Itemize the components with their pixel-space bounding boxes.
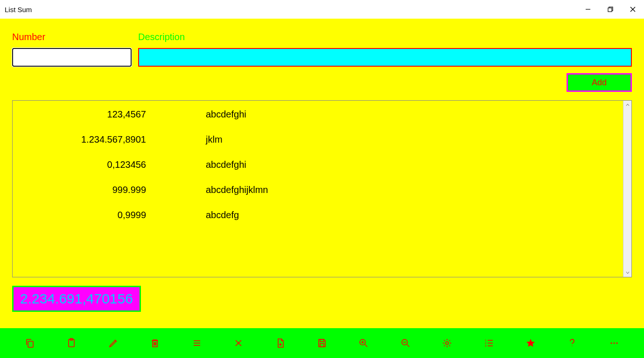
list-item-number: 1.234.567,8901 — [15, 134, 146, 145]
svg-line-22 — [365, 344, 367, 347]
svg-line-26 — [407, 344, 409, 347]
svg-rect-2 — [608, 8, 612, 12]
svg-rect-20 — [320, 344, 324, 347]
copy-icon — [24, 337, 35, 349]
file-plus-icon — [275, 337, 286, 349]
list-item[interactable]: 123,4567 abcdefghi — [15, 109, 620, 134]
copy-button[interactable] — [19, 332, 41, 354]
svg-point-38 — [616, 342, 617, 344]
window-title: List Sum — [5, 6, 32, 14]
pencil-icon — [108, 337, 119, 349]
list-icon — [191, 337, 203, 349]
gear-icon — [441, 337, 453, 349]
edit-button[interactable] — [102, 332, 125, 354]
number-label: Number — [12, 32, 138, 42]
save-icon — [316, 337, 328, 349]
description-label: Description — [138, 32, 185, 42]
svg-text:3: 3 — [485, 344, 487, 347]
svg-point-37 — [613, 342, 615, 344]
help-icon — [567, 337, 578, 349]
more-icon — [609, 337, 620, 349]
scroll-down-button[interactable] — [623, 268, 631, 277]
delete-button[interactable] — [144, 332, 166, 354]
svg-rect-19 — [320, 339, 324, 342]
paste-button[interactable] — [60, 332, 83, 354]
numbered-list-button[interactable]: 123 — [478, 332, 500, 354]
list-item-description: abcdefghi — [206, 159, 246, 170]
list-item-description: abcdefg — [206, 210, 239, 220]
list-item-description: abcdefghijklmn — [206, 185, 268, 195]
svg-point-28 — [446, 342, 448, 344]
scroll-up-button[interactable] — [623, 101, 631, 109]
description-input[interactable] — [138, 48, 632, 67]
titlebar: List Sum — [0, 0, 644, 19]
zoom-out-button[interactable] — [394, 332, 417, 354]
favorite-button[interactable] — [519, 332, 542, 354]
star-icon — [525, 337, 536, 349]
help-button[interactable] — [561, 332, 583, 354]
list-item[interactable]: 1.234.567,8901 jklm — [15, 134, 620, 159]
new-file-button[interactable] — [269, 332, 292, 354]
listbox[interactable]: 123,4567 abcdefghi 1.234.567,8901 jklm 0… — [12, 100, 632, 277]
inputs-row — [12, 48, 632, 67]
trash-icon — [149, 337, 161, 349]
save-button[interactable] — [311, 332, 333, 354]
sum-display: 2.234.691,470156 — [12, 286, 141, 312]
zoom-out-icon — [400, 337, 411, 349]
list-item[interactable]: 0,9999 abcdefg — [15, 210, 620, 235]
more-button[interactable] — [603, 332, 625, 354]
minimize-button[interactable] — [577, 0, 599, 19]
settings-button[interactable] — [436, 332, 458, 354]
list-button[interactable] — [186, 332, 208, 354]
svg-point-35 — [572, 345, 573, 346]
list-item-number: 999.999 — [15, 185, 146, 195]
window-controls — [577, 0, 644, 19]
clear-button[interactable] — [227, 332, 250, 354]
add-button[interactable]: Add — [567, 73, 632, 92]
zoom-in-icon — [358, 337, 369, 349]
list-item-description: abcdefghi — [206, 109, 246, 120]
list-item[interactable]: 999.999 abcdefghijklmn — [15, 185, 620, 210]
close-icon — [233, 337, 244, 349]
list-item-description: jklm — [206, 134, 223, 145]
zoom-in-button[interactable] — [352, 332, 375, 354]
scroll-track[interactable] — [623, 109, 631, 268]
number-input[interactable] — [12, 48, 132, 67]
list-item-number: 0,123456 — [15, 159, 146, 170]
numbered-list-icon: 123 — [483, 337, 495, 349]
list-content: 123,4567 abcdefghi 1.234.567,8901 jklm 0… — [13, 101, 623, 277]
app-body: Number Description Add 123,4567 abcdefgh… — [0, 19, 644, 328]
labels-row: Number Description — [12, 32, 632, 42]
list-item-number: 123,4567 — [15, 109, 146, 120]
svg-rect-5 — [28, 341, 33, 347]
svg-point-36 — [610, 342, 612, 344]
clipboard-icon — [66, 337, 77, 349]
add-row: Add — [12, 73, 632, 92]
list-item[interactable]: 0,123456 abcdefghi — [15, 159, 620, 185]
toolbar: 123 — [0, 328, 644, 358]
scrollbar[interactable] — [623, 101, 631, 277]
maximize-button[interactable] — [599, 0, 622, 19]
close-window-button[interactable] — [622, 0, 644, 19]
list-item-number: 0,9999 — [15, 210, 146, 220]
